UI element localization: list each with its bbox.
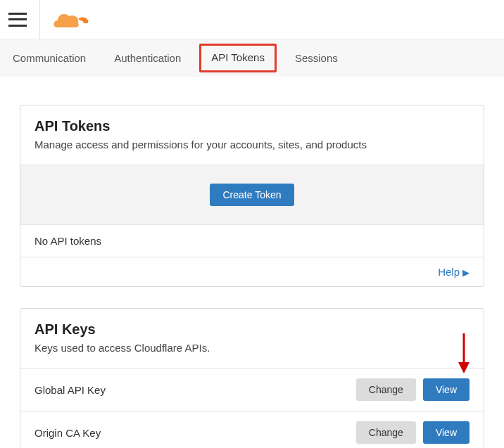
key-label: Global API Key (34, 384, 349, 396)
change-button[interactable]: Change (356, 421, 416, 444)
key-row: Global API Key Change View (20, 368, 484, 411)
key-row: Origin CA Key Change View (20, 411, 484, 448)
view-button[interactable]: View (423, 378, 470, 401)
change-button[interactable]: Change (356, 378, 416, 401)
separator (39, 0, 40, 39)
create-token-button[interactable]: Create Token (210, 184, 294, 206)
card-title: API Tokens (34, 118, 470, 134)
empty-tokens-row: No API tokens (20, 225, 484, 257)
card-subtitle: Keys used to access Cloudflare APIs. (34, 342, 470, 354)
api-keys-card: API Keys Keys used to access Cloudflare … (20, 308, 484, 448)
menu-icon[interactable] (8, 13, 27, 27)
chevron-right-icon: ▶ (462, 267, 470, 278)
help-link[interactable]: Help▶ (438, 266, 470, 278)
cloudflare-logo[interactable] (51, 11, 91, 29)
tab-api-tokens[interactable]: API Tokens (199, 44, 277, 72)
view-button[interactable]: View (423, 421, 470, 444)
api-tokens-card: API Tokens Manage access and permissions… (20, 105, 484, 287)
card-title: API Keys (34, 321, 470, 338)
tab-bar: Communication Authentication API Tokens … (0, 39, 504, 77)
key-label: Origin CA Key (34, 427, 349, 439)
tab-authentication[interactable]: Authentication (110, 49, 185, 67)
tab-sessions[interactable]: Sessions (291, 49, 342, 67)
tab-communication[interactable]: Communication (8, 49, 90, 67)
card-subtitle: Manage access and permissions for your a… (34, 139, 470, 151)
help-label: Help (438, 266, 460, 278)
